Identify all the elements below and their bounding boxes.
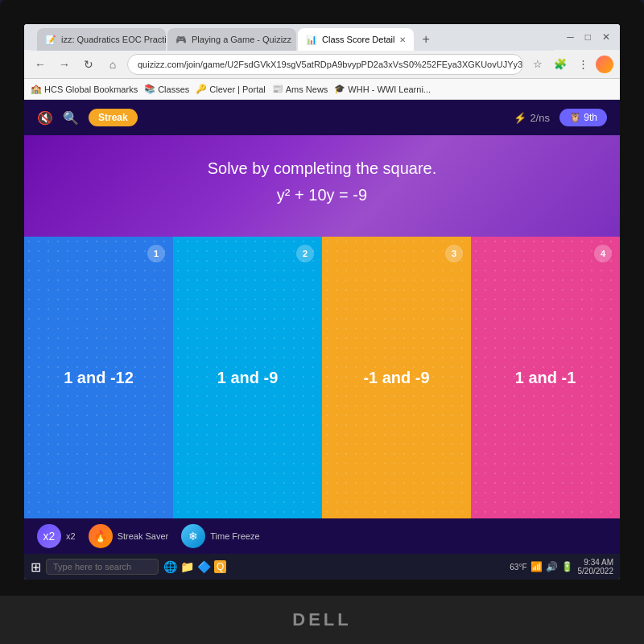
browser-chrome: 📝 izz: Quadratics EOC Practice ✕ 🎮 Playi… [24,24,620,100]
address-text: quizizz.com/join/game/U2FsdGVkX19sgV5atR… [138,60,523,69]
powerup-time-freeze[interactable]: ❄ Time Freeze [181,524,259,548]
answer-text-3: -1 and -9 [363,369,429,387]
mute-button[interactable]: 🔇 [37,110,53,126]
taskbar-files-icon[interactable]: 📁 [180,560,194,573]
answer-number-1: 1 [147,245,165,262]
tab3-favicon: 📊 [306,35,317,45]
volume-icon: 🔊 [546,561,558,572]
taskbar-edge-icon[interactable]: 🔷 [197,560,211,573]
answer-card-3[interactable]: 3 -1 and -9 [322,237,471,518]
dell-logo: DELL [292,609,351,630]
powerup-streak-saver[interactable]: 🔥 Streak Saver [89,524,169,548]
extensions-icon[interactable]: 🧩 [551,55,570,74]
menu-icon[interactable]: ⋮ [573,55,592,74]
quizizz-app: 🔇 🔍 Streak ⚡ 2/ns 🦉 9th [24,100,620,580]
forward-button[interactable]: → [55,55,74,74]
bookmark-hcs-label: 🏫 [31,84,42,94]
bookmark-wwi[interactable]: 🎓 WHH - WWI Learni... [334,84,431,94]
timer-text: 2/ns [530,112,550,124]
bookmark-hcs[interactable]: 🏫 HCS Global Bookmarks [31,84,138,94]
time-freeze-label: Time Freeze [210,531,259,541]
bottom-toolbar: x2 x2 🔥 Streak Saver ❄ Time Freeze [24,518,620,554]
bookmark-wwi-icon: 🎓 [334,84,345,94]
wifi-icon: 📶 [530,561,543,572]
bookmark-classes-text: Classes [158,85,189,94]
bookmarks-bar: 🏫 HCS Global Bookmarks 📚 Classes 🔑 Cleve… [24,79,620,100]
grade-icon: 🦉 [569,112,581,123]
address-bar-row: ← → ↻ ⌂ quizizz.com/join/game/U2FsdGVkX1… [24,50,620,79]
tab2-favicon: 🎮 [175,35,187,45]
back-button[interactable]: ← [31,55,50,74]
laptop-screen: 📝 izz: Quadratics EOC Practice ✕ 🎮 Playi… [24,24,620,580]
close-button[interactable]: ✕ [599,31,613,43]
tab-playing[interactable]: 🎮 Playing a Game - Quizizz ✕ [167,28,296,51]
temp-display: 63°F [510,563,526,572]
bookmark-classes[interactable]: 📚 Classes [144,84,189,94]
bookmark-hcs-text: HCS Global Bookmarks [44,85,138,94]
taskbar-app-icons: 🌐 📁 🔷 Q [163,560,226,573]
maximize-button[interactable]: □ [582,31,594,43]
bookmark-ams[interactable]: 📰 Ams News [272,84,328,94]
tab1-label: izz: Quadratics EOC Practice [61,35,166,44]
answer-number-2: 2 [296,245,314,262]
taskbar-clock: 9:34 AM 5/20/2022 [578,558,614,576]
streak-label: Streak [98,112,128,123]
x2-label: x2 [66,531,76,541]
powerup-x2[interactable]: x2 x2 [37,524,76,548]
clock-date: 5/20/2022 [578,567,614,576]
bookmark-clever[interactable]: 🔑 Clever | Portal [196,84,266,94]
profile-icon[interactable] [596,56,613,73]
tab-bar: 📝 izz: Quadratics EOC Practice ✕ 🎮 Playi… [31,24,554,51]
lightning-icon: ⚡ [514,112,526,124]
answer-number-4: 4 [594,245,612,262]
taskbar-search-input[interactable] [46,559,159,575]
answer-text-4: 1 and -1 [515,369,576,387]
bookmark-wwi-text: WHH - WWI Learni... [348,85,431,94]
answer-card-1[interactable]: 1 1 and -12 [24,237,173,518]
answer-card-2[interactable]: 2 1 and -9 [173,237,322,518]
streak-saver-label: Streak Saver [118,531,169,541]
grade-badge[interactable]: 🦉 9th [559,109,607,126]
dell-bar: DELL [0,596,644,644]
timer-display: ⚡ 2/ns [514,112,550,124]
bookmark-clever-text: Clever | Portal [209,85,266,94]
streak-badge[interactable]: Streak [89,109,138,126]
tab2-label: Playing a Game - Quizizz [192,35,291,44]
bookmark-icon[interactable]: ☆ [528,55,547,74]
taskbar-system-icons: 63°F 📶 🔊 🔋 [510,561,572,572]
title-bar: 📝 izz: Quadratics EOC Practice ✕ 🎮 Playi… [24,24,620,50]
laptop-shell: 📝 izz: Quadratics EOC Practice ✕ 🎮 Playi… [0,0,644,644]
tab-quadratics[interactable]: 📝 izz: Quadratics EOC Practice ✕ [37,28,166,51]
question-area: Solve by completing the square. y² + 10y… [24,135,620,237]
taskbar-quizizz-icon[interactable]: Q [214,560,226,573]
grade-text: 9th [584,112,597,123]
bookmark-ams-text: Ams News [286,85,328,94]
clock-time: 9:34 AM [578,558,614,567]
topbar-right: ⚡ 2/ns 🦉 9th [514,109,607,126]
streak-saver-icon: 🔥 [89,524,113,548]
answer-card-4[interactable]: 4 1 and -1 [471,237,620,518]
windows-start-button[interactable]: ⊞ [31,559,41,575]
tab1-favicon: 📝 [45,35,56,45]
time-freeze-icon: ❄ [181,524,205,548]
minimize-button[interactable]: ─ [564,31,577,43]
bookmark-ams-icon: 📰 [272,84,283,94]
new-tab-button[interactable]: + [415,28,436,51]
reload-button[interactable]: ↻ [79,55,98,74]
tab3-close[interactable]: ✕ [399,35,406,44]
browser-actions: ☆ 🧩 ⋮ [528,55,613,74]
bookmark-classes-icon: 📚 [144,84,155,94]
question-equation: y² + 10y = -9 [40,186,604,204]
question-text: Solve by completing the square. [40,159,604,178]
battery-icon: 🔋 [561,561,573,572]
address-bar[interactable]: quizizz.com/join/game/U2FsdGVkX19sgV5atR… [127,54,523,75]
answers-grid: 1 1 and -12 2 1 and -9 3 -1 and -9 4 1 a… [24,237,620,518]
search-button[interactable]: 🔍 [63,110,79,126]
answer-text-1: 1 and -12 [64,369,134,387]
taskbar-chrome-icon[interactable]: 🌐 [163,560,177,573]
home-button[interactable]: ⌂ [103,55,122,74]
tab-class-score[interactable]: 📊 Class Score Detail ✕ [298,28,414,51]
x2-icon: x2 [37,524,61,548]
answer-number-3: 3 [445,245,463,262]
answer-text-2: 1 and -9 [217,369,279,387]
